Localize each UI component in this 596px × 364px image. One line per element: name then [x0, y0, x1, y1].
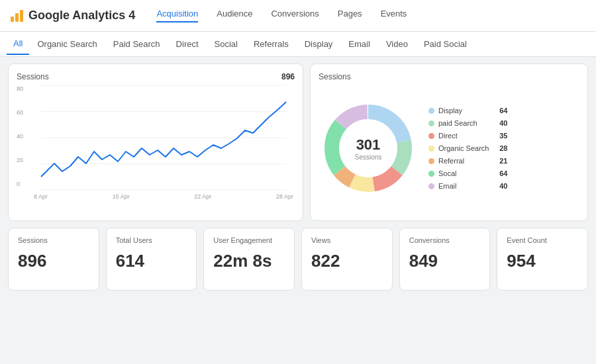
- line-chart-total: 896: [281, 72, 295, 81]
- line-chart-svg: [32, 85, 295, 190]
- legend-value: 28: [493, 144, 507, 152]
- charts-row: Sessions 896 806040200: [8, 64, 588, 221]
- metric-label: Conversions: [409, 236, 481, 244]
- sub-nav-item-organic[interactable]: Organic Search: [29, 34, 105, 54]
- metric-value: 822: [311, 251, 383, 271]
- sub-nav-item-display[interactable]: Display: [297, 34, 341, 54]
- metric-label: Views: [311, 236, 383, 244]
- metrics-row: Sessions 896 Total Users 614 User Engage…: [8, 228, 588, 291]
- metric-value: 954: [507, 251, 578, 271]
- main-nav-item-events[interactable]: Events: [381, 9, 407, 23]
- sub-nav-item-social[interactable]: Social: [207, 34, 246, 54]
- main-nav-item-pages[interactable]: Pages: [338, 9, 362, 23]
- header: Google Analytics 4 Acquisition Audience …: [0, 0, 596, 32]
- sub-nav-item-email[interactable]: Email: [340, 34, 378, 54]
- metric-card-sessions: Sessions 896: [8, 228, 99, 291]
- legend-value: 64: [493, 107, 507, 114]
- legend-item-display: Display 64: [428, 107, 507, 114]
- main-nav-item-conversions[interactable]: Conversions: [271, 9, 319, 23]
- metric-label: Total Users: [116, 236, 187, 244]
- donut-legend: Display 64 paid Search 40 Direct 35: [428, 107, 507, 190]
- legend-item-organic: Organic Search 28: [428, 144, 507, 152]
- legend-item-email: Email 40: [428, 182, 507, 190]
- app-title: Google Analytics 4: [28, 9, 135, 23]
- legend-value: 40: [493, 119, 507, 127]
- donut-chart-card: Sessions: [310, 64, 588, 221]
- legend-value: 40: [493, 182, 507, 190]
- metric-card-total-users: Total Users 614: [106, 228, 197, 291]
- sub-nav: All Organic Search Paid Search Direct So…: [0, 32, 596, 57]
- line-chart-title: Sessions: [17, 72, 49, 81]
- metric-card-views: Views 822: [301, 228, 393, 291]
- main-nav-item-acquisition[interactable]: Acquisition: [156, 9, 198, 23]
- sub-nav-item-referrals[interactable]: Referrals: [246, 34, 297, 54]
- logo: [11, 10, 23, 22]
- legend-item-direct: Direct 35: [428, 132, 507, 140]
- donut-center-label: Sessions: [355, 154, 382, 161]
- metric-value: 849: [409, 251, 481, 271]
- y-axis: 806040200: [17, 85, 30, 190]
- metric-value: 896: [18, 251, 89, 271]
- metric-label: User Engagement: [213, 236, 285, 244]
- legend-value: 64: [493, 169, 507, 177]
- sub-nav-item-video[interactable]: Video: [378, 34, 416, 54]
- metric-label: Event Count: [507, 236, 578, 244]
- sessions-line: [41, 102, 286, 177]
- content: Sessions 896 806040200: [0, 57, 596, 364]
- sub-nav-item-paid[interactable]: Paid Search: [105, 34, 168, 54]
- metric-value: 614: [116, 251, 187, 271]
- main-nav-item-audience[interactable]: Audience: [217, 9, 252, 23]
- metric-label: Sessions: [18, 236, 89, 244]
- metric-card-conversions: Conversions 849: [399, 228, 491, 291]
- legend-item-social: Socal 64: [428, 169, 507, 177]
- legend-item-paid: paid Search 40: [428, 119, 507, 127]
- donut-center: 301 Sessions: [355, 136, 382, 161]
- metric-card-event-count: Event Count 954: [497, 228, 588, 291]
- legend-value: 35: [493, 132, 507, 140]
- metric-card-engagement: User Engagement 22m 8s: [203, 228, 295, 291]
- main-nav: Acquisition Audience Conversions Pages E…: [156, 9, 407, 23]
- line-chart-card: Sessions 896 806040200: [8, 64, 303, 221]
- sub-nav-item-all[interactable]: All: [7, 33, 29, 55]
- sub-nav-item-paid-social[interactable]: Paid Social: [416, 34, 475, 54]
- donut-chart-title: Sessions: [319, 72, 579, 81]
- x-axis-labels: 8 Apr 15 Apr 22 Apr 28 Apr: [32, 193, 295, 200]
- legend-item-referral: Referral 21: [428, 157, 507, 165]
- sub-nav-item-direct[interactable]: Direct: [168, 34, 207, 54]
- metric-value: 22m 8s: [213, 251, 285, 271]
- legend-value: 21: [493, 157, 507, 165]
- donut-center-value: 301: [355, 136, 382, 154]
